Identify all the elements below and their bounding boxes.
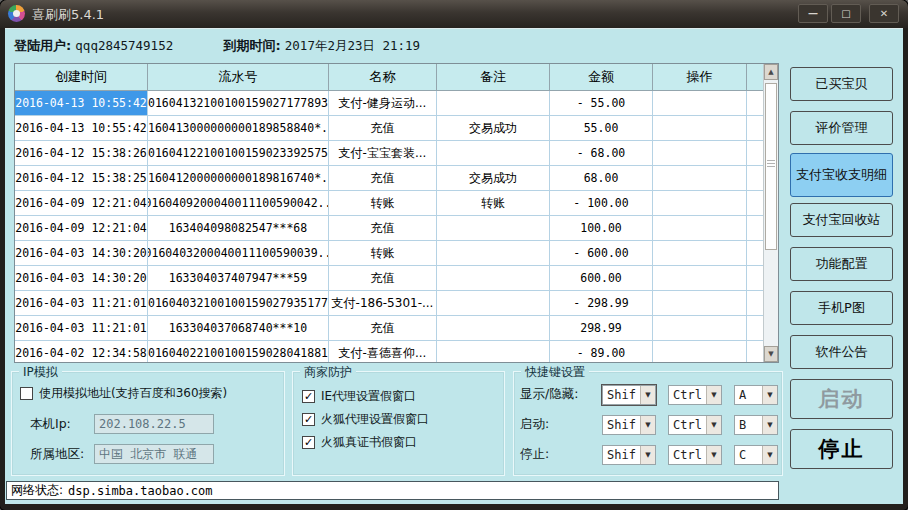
table-cell[interactable]: - 68.00	[550, 141, 653, 166]
table-cell[interactable]: 支付-宝宝套装...	[329, 141, 437, 166]
hotkey-select[interactable]: Ctrl▼	[668, 445, 722, 465]
protection-checkbox[interactable]: ✓	[302, 413, 315, 426]
table-row[interactable]: 2016-04-02 12:34:58201604022100100159028…	[15, 341, 763, 362]
table-cell[interactable]: 2016-04-13 10:55:42	[15, 116, 148, 141]
table-row[interactable]: 2016-04-03 14:30:20163304037407947***59充…	[15, 266, 763, 291]
table-cell[interactable]	[653, 291, 747, 316]
table-cell[interactable]	[437, 341, 550, 362]
table-cell[interactable]: 163304037068740***10	[148, 316, 329, 341]
table-cell[interactable]	[653, 116, 747, 141]
chevron-down-icon[interactable]: ▼	[762, 446, 777, 464]
chevron-down-icon[interactable]: ▼	[640, 386, 655, 404]
chevron-down-icon[interactable]: ▼	[640, 416, 655, 434]
column-header[interactable]: 操作	[653, 64, 747, 91]
hotkey-select[interactable]: Ctrl▼	[668, 415, 722, 435]
table-cell[interactable]: 充值	[329, 116, 437, 141]
table-cell[interactable]: 转账	[329, 191, 437, 216]
table-row[interactable]: 2016-04-09 12:21:04163404098082547***68充…	[15, 216, 763, 241]
table-cell[interactable]	[437, 316, 550, 341]
table-cell[interactable]	[653, 141, 747, 166]
table-cell[interactable]: 支付-健身运动...	[329, 91, 437, 116]
chevron-down-icon[interactable]: ▼	[706, 446, 721, 464]
table-cell[interactable]: 充值	[329, 166, 437, 191]
table-cell[interactable]: - 55.00	[550, 91, 653, 116]
use-simulated-address-checkbox[interactable]	[20, 387, 33, 400]
table-cell[interactable]	[653, 266, 747, 291]
table-row[interactable]: 2016-04-03 11:21:01163304037068740***10充…	[15, 316, 763, 341]
table-cell[interactable]	[437, 91, 550, 116]
table-cell[interactable]: 支付-喜德喜仰...	[329, 341, 437, 362]
column-header[interactable]: 金额	[550, 64, 653, 91]
table-cell[interactable]: 2016-04-02 12:34:58	[15, 341, 148, 362]
chevron-down-icon[interactable]: ▼	[706, 416, 721, 434]
table-cell[interactable]: 20160412000000000189816740*...	[148, 166, 329, 191]
hotkey-select[interactable]: C▼	[734, 445, 778, 465]
table-cell[interactable]: 2016-04-03 11:21:01	[15, 291, 148, 316]
region-field[interactable]	[94, 444, 214, 464]
table-cell[interactable]	[653, 316, 747, 341]
table-cell[interactable]: 2016-04-03 14:30:20	[15, 241, 148, 266]
table-row[interactable]: 2016-04-09 12:21:04201604092000400111005…	[15, 191, 763, 216]
table-cell[interactable]: - 89.00	[550, 341, 653, 362]
protection-checkbox[interactable]: ✓	[302, 390, 315, 403]
chevron-down-icon[interactable]: ▼	[762, 386, 777, 404]
table-cell[interactable]: 2016040221001001590280418812	[148, 341, 329, 362]
table-cell[interactable]: - 298.99	[550, 291, 653, 316]
table-cell[interactable]: 充值	[329, 266, 437, 291]
table-cell[interactable]	[437, 291, 550, 316]
table-cell[interactable]	[653, 91, 747, 116]
hotkey-select[interactable]: B▼	[734, 415, 778, 435]
table-cell[interactable]: 2016041221001001590233925754	[148, 141, 329, 166]
start-button[interactable]: 启动	[790, 379, 893, 419]
table-cell[interactable]: 20160409200040011100590042...	[148, 191, 329, 216]
table-cell[interactable]: 55.00	[550, 116, 653, 141]
hotkey-select[interactable]: A▼	[734, 385, 778, 405]
sidebar-button-6[interactable]: 手机P图	[790, 291, 893, 325]
close-button[interactable]: ✕	[869, 4, 899, 23]
table-cell[interactable]: 充值	[329, 216, 437, 241]
table-cell[interactable]: 2016-04-09 12:21:04	[15, 216, 148, 241]
table-cell[interactable]: - 600.00	[550, 241, 653, 266]
table-cell[interactable]	[653, 166, 747, 191]
table-row[interactable]: 2016-04-03 14:30:20201604032000400111005…	[15, 241, 763, 266]
table-cell[interactable]	[437, 216, 550, 241]
table-cell[interactable]: 20160413000000000189858840*...	[148, 116, 329, 141]
sidebar-button-3[interactable]: 支付宝收支明细	[790, 153, 893, 197]
table-cell[interactable]: 2016-04-13 10:55:42	[15, 91, 148, 116]
table-cell[interactable]: 298.99	[550, 316, 653, 341]
sidebar-button-2[interactable]: 评价管理	[790, 111, 893, 145]
chevron-down-icon[interactable]: ▼	[706, 386, 721, 404]
column-header[interactable]: 名称	[329, 64, 437, 91]
vertical-scrollbar[interactable]: ▲ ▼	[763, 64, 778, 362]
table-cell[interactable]	[653, 191, 747, 216]
table-cell[interactable]: 2016-04-12 15:38:25	[15, 166, 148, 191]
column-header[interactable]: 创建时间	[15, 64, 148, 91]
maximize-button[interactable]: □	[831, 4, 861, 23]
table-row[interactable]: 2016-04-12 15:38:26201604122100100159023…	[15, 141, 763, 166]
sidebar-button-1[interactable]: 已买宝贝	[790, 67, 893, 101]
table-row[interactable]: 2016-04-03 11:21:01201604032100100159027…	[15, 291, 763, 316]
chevron-down-icon[interactable]: ▼	[640, 446, 655, 464]
column-header[interactable]: 流水号	[148, 64, 329, 91]
table-cell[interactable]	[653, 341, 747, 362]
table-cell[interactable]: 支付-186-5301-...	[329, 291, 437, 316]
table-cell[interactable]: 2016040321001001590279351776	[148, 291, 329, 316]
table-cell[interactable]: 转账	[437, 191, 550, 216]
table-cell[interactable]: 转账	[329, 241, 437, 266]
table-cell[interactable]	[653, 241, 747, 266]
table-cell[interactable]: 2016041321001001590271778934	[148, 91, 329, 116]
table-cell[interactable]	[437, 141, 550, 166]
hotkey-select[interactable]: Ctrl▼	[668, 385, 722, 405]
table-cell[interactable]	[437, 266, 550, 291]
sidebar-button-4[interactable]: 支付宝回收站	[790, 203, 893, 237]
table-cell[interactable]: 2016-04-12 15:38:26	[15, 141, 148, 166]
table-cell[interactable]: 163404098082547***68	[148, 216, 329, 241]
sidebar-button-7[interactable]: 软件公告	[790, 335, 893, 369]
table-cell[interactable]: 2016-04-03 11:21:01	[15, 316, 148, 341]
hotkey-select[interactable]: Shif▼	[602, 385, 656, 405]
table-cell[interactable]: 600.00	[550, 266, 653, 291]
table-cell[interactable]: 充值	[329, 316, 437, 341]
stop-button[interactable]: 停止	[790, 429, 893, 469]
scrollbar-thumb[interactable]	[765, 83, 777, 250]
scroll-down-icon[interactable]: ▼	[764, 346, 778, 362]
